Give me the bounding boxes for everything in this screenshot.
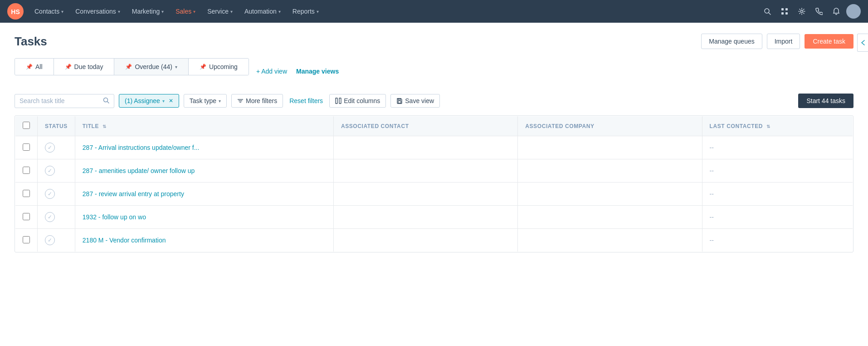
row-checkbox[interactable] bbox=[23, 213, 30, 220]
task-status-icon[interactable]: ✓ bbox=[45, 212, 55, 222]
row-status-cell: ✓ bbox=[38, 136, 75, 159]
row-contact-cell bbox=[333, 206, 517, 229]
import-button[interactable]: Import bbox=[767, 34, 800, 49]
collapse-panel-button[interactable] bbox=[857, 34, 868, 52]
reset-filters-link[interactable]: Reset filters bbox=[288, 94, 325, 107]
pin-icon: 📌 bbox=[65, 64, 72, 70]
last-contacted-value: -- bbox=[710, 237, 714, 244]
row-company-cell bbox=[518, 136, 702, 159]
select-all-checkbox[interactable] bbox=[23, 122, 30, 129]
start-tasks-button[interactable]: Start 44 tasks bbox=[798, 94, 853, 108]
nav-automation[interactable]: Automation ▾ bbox=[239, 4, 286, 19]
svg-rect-6 bbox=[781, 12, 784, 15]
top-navigation: HS Contacts ▾ Conversations ▾ Marketing … bbox=[0, 0, 868, 23]
pin-icon: 📌 bbox=[125, 64, 132, 70]
settings-icon[interactable] bbox=[795, 4, 809, 19]
th-title[interactable]: TITLE ⇅ bbox=[75, 116, 333, 136]
row-checkbox[interactable] bbox=[23, 143, 30, 151]
manage-views-button[interactable]: Manage views bbox=[296, 68, 339, 75]
filter-row: (1) Assignee ▾ ✕ Task type ▾ More filter… bbox=[15, 94, 853, 108]
tab-upcoming[interactable]: 📌 Upcoming bbox=[189, 59, 249, 75]
more-filters-button[interactable]: More filters bbox=[231, 94, 283, 108]
task-status-icon[interactable]: ✓ bbox=[45, 166, 55, 176]
chevron-down-icon: ▾ bbox=[61, 9, 63, 14]
row-contact-cell bbox=[333, 136, 517, 159]
svg-point-8 bbox=[801, 10, 803, 13]
marketplace-icon[interactable] bbox=[777, 4, 792, 19]
row-status-cell: ✓ bbox=[38, 206, 75, 229]
svg-rect-5 bbox=[785, 8, 788, 10]
save-view-button[interactable]: Save view bbox=[390, 94, 440, 108]
task-title-link[interactable]: 2180 M - Vendor confirmation bbox=[83, 237, 166, 244]
row-checkbox-cell bbox=[15, 206, 38, 229]
svg-rect-7 bbox=[785, 12, 788, 15]
nav-sales[interactable]: Sales ▾ bbox=[170, 4, 201, 19]
th-checkbox bbox=[15, 116, 38, 136]
row-company-cell bbox=[518, 183, 702, 206]
task-status-icon[interactable]: ✓ bbox=[45, 235, 55, 245]
task-type-filter-button[interactable]: Task type ▾ bbox=[184, 94, 227, 108]
task-status-icon[interactable]: ✓ bbox=[45, 189, 55, 199]
pin-icon: 📌 bbox=[26, 64, 33, 70]
tab-due-today[interactable]: 📌 Due today bbox=[54, 59, 115, 75]
th-status: STATUS bbox=[38, 116, 75, 136]
nav-items: Contacts ▾ Conversations ▾ Marketing ▾ S… bbox=[29, 4, 760, 19]
svg-rect-17 bbox=[398, 99, 400, 100]
task-title-link[interactable]: 287 - Arrival instructions update/owner … bbox=[83, 144, 200, 151]
row-last-contacted-cell: -- bbox=[702, 206, 853, 229]
user-avatar[interactable] bbox=[846, 4, 861, 19]
phone-icon[interactable] bbox=[812, 4, 826, 19]
table-row: ✓ 287 - amenities update/ owner follow u… bbox=[15, 159, 853, 183]
hubspot-logo[interactable]: HS bbox=[7, 3, 24, 20]
last-contacted-value: -- bbox=[710, 144, 714, 151]
row-last-contacted-cell: -- bbox=[702, 159, 853, 183]
edit-columns-button[interactable]: Edit columns bbox=[329, 94, 386, 108]
tab-all[interactable]: 📌 All bbox=[15, 59, 54, 75]
manage-queues-button[interactable]: Manage queues bbox=[701, 34, 762, 49]
notifications-icon[interactable] bbox=[829, 4, 844, 19]
clear-assignee-filter-icon[interactable]: ✕ bbox=[169, 98, 173, 104]
nav-contacts[interactable]: Contacts ▾ bbox=[29, 4, 69, 19]
search-task-input[interactable] bbox=[20, 97, 100, 104]
row-checkbox[interactable] bbox=[23, 167, 30, 174]
search-box[interactable] bbox=[15, 94, 114, 108]
chevron-down-icon: ▾ bbox=[162, 99, 165, 104]
last-contacted-value: -- bbox=[710, 213, 714, 221]
nav-reports[interactable]: Reports ▾ bbox=[287, 4, 324, 19]
header-actions: Manage queues Import Create task bbox=[701, 34, 853, 49]
add-view-button[interactable]: + Add view bbox=[256, 68, 287, 75]
svg-rect-4 bbox=[781, 8, 784, 10]
tab-overdue[interactable]: 📌 Overdue (44) ▾ bbox=[114, 59, 188, 75]
row-company-cell bbox=[518, 206, 702, 229]
row-company-cell bbox=[518, 229, 702, 252]
row-status-cell: ✓ bbox=[38, 229, 75, 252]
task-title-link[interactable]: 287 - amenities update/ owner follow up bbox=[83, 167, 195, 174]
svg-line-10 bbox=[107, 101, 109, 103]
search-icon bbox=[103, 97, 109, 105]
nav-service[interactable]: Service ▾ bbox=[202, 4, 238, 19]
table-row: ✓ 287 - review arrival entry at property… bbox=[15, 183, 853, 206]
chevron-down-icon: ▾ bbox=[161, 9, 164, 14]
table-row: ✓ 1932 - follow up on wo -- bbox=[15, 206, 853, 229]
task-title-link[interactable]: 1932 - follow up on wo bbox=[83, 213, 146, 221]
create-task-button[interactable]: Create task bbox=[805, 34, 853, 49]
row-checkbox-cell bbox=[15, 159, 38, 183]
last-contacted-value: -- bbox=[710, 190, 714, 198]
table-body: ✓ 287 - Arrival instructions update/owne… bbox=[15, 136, 853, 252]
nav-conversations[interactable]: Conversations ▾ bbox=[70, 4, 126, 19]
nav-marketing[interactable]: Marketing ▾ bbox=[127, 4, 169, 19]
th-last-contacted[interactable]: LAST CONTACTED ⇅ bbox=[702, 116, 853, 136]
chevron-down-icon: ▾ bbox=[175, 64, 177, 69]
svg-rect-15 bbox=[339, 98, 341, 104]
task-title-link[interactable]: 287 - review arrival entry at property bbox=[83, 190, 184, 198]
task-status-icon[interactable]: ✓ bbox=[45, 143, 55, 153]
tasks-table: STATUS TITLE ⇅ ASSOCIATED CONTACT ASSOCI… bbox=[15, 116, 853, 252]
search-icon[interactable] bbox=[760, 4, 775, 19]
row-checkbox[interactable] bbox=[23, 236, 30, 243]
svg-line-3 bbox=[769, 13, 770, 15]
row-last-contacted-cell: -- bbox=[702, 136, 853, 159]
last-contacted-value: -- bbox=[710, 167, 714, 174]
assignee-filter-button[interactable]: (1) Assignee ▾ ✕ bbox=[119, 94, 179, 108]
row-checkbox[interactable] bbox=[23, 190, 30, 197]
row-title-cell: 287 - review arrival entry at property bbox=[75, 183, 333, 206]
